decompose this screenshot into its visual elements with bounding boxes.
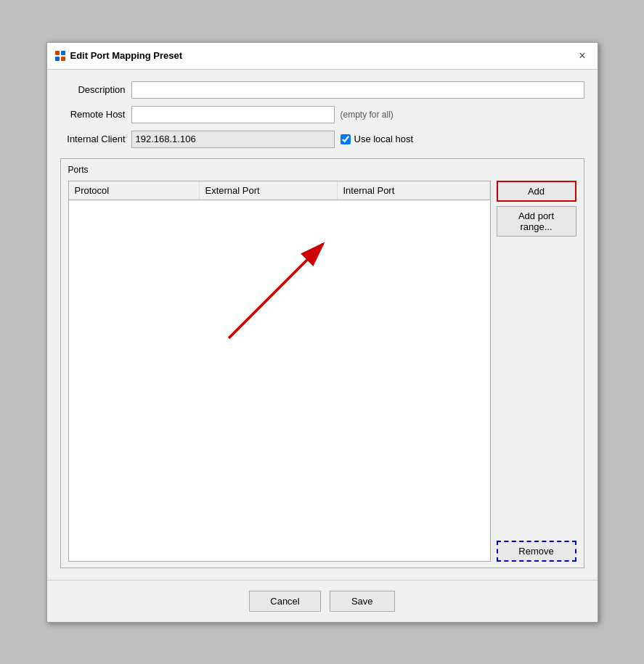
description-input[interactable]	[131, 81, 584, 99]
save-button[interactable]: Save	[330, 591, 395, 612]
col-header-internal-port: Internal Port	[338, 181, 490, 200]
remote-host-hint: (empty for all)	[341, 110, 394, 120]
col-header-external-port: External Port	[200, 181, 338, 200]
description-label: Description	[60, 84, 126, 95]
dialog-content: Description Remote Host (empty for all) …	[47, 70, 598, 580]
svg-rect-3	[61, 57, 65, 61]
dialog-icon	[54, 50, 66, 62]
internal-client-label: Internal Client	[60, 134, 126, 144]
remote-host-input[interactable]	[131, 106, 335, 123]
arrow-annotation	[185, 222, 367, 367]
description-row: Description	[60, 81, 584, 99]
add-port-range-button[interactable]: Add port range...	[497, 206, 576, 237]
add-button[interactable]: Add	[497, 181, 576, 202]
title-bar-left: Edit Port Mapping Preset	[54, 50, 183, 62]
ports-table: Protocol External Port Internal Port	[68, 181, 491, 562]
title-bar: Edit Port Mapping Preset ×	[47, 43, 598, 70]
remote-host-label: Remote Host	[60, 109, 126, 120]
cancel-button[interactable]: Cancel	[249, 591, 320, 612]
internal-client-row: Internal Client Use local host	[60, 131, 584, 148]
svg-rect-0	[55, 51, 60, 55]
use-localhost-label[interactable]: Use local host	[341, 134, 414, 144]
use-localhost-text: Use local host	[354, 134, 414, 144]
internal-client-input[interactable]	[131, 131, 335, 148]
close-button[interactable]: ×	[574, 49, 590, 63]
ports-container: Protocol External Port Internal Port	[68, 181, 576, 562]
table-body	[69, 200, 490, 561]
use-localhost-checkbox[interactable]	[341, 134, 351, 144]
svg-line-5	[229, 244, 323, 338]
remote-host-row: Remote Host (empty for all)	[60, 106, 584, 123]
ports-group: Ports Protocol External Port Internal Po…	[60, 158, 584, 568]
remove-button[interactable]: Remove	[497, 541, 576, 562]
edit-port-mapping-dialog: Edit Port Mapping Preset × Description R…	[46, 42, 598, 623]
ports-buttons: Add Add port range... Remove	[497, 181, 576, 562]
ports-group-label: Ports	[68, 165, 576, 175]
table-header: Protocol External Port Internal Port	[69, 181, 490, 200]
dialog-footer: Cancel Save	[47, 580, 598, 622]
dialog-title: Edit Port Mapping Preset	[70, 50, 183, 61]
svg-rect-1	[61, 51, 65, 55]
svg-rect-2	[55, 57, 60, 61]
col-header-protocol: Protocol	[69, 181, 200, 200]
